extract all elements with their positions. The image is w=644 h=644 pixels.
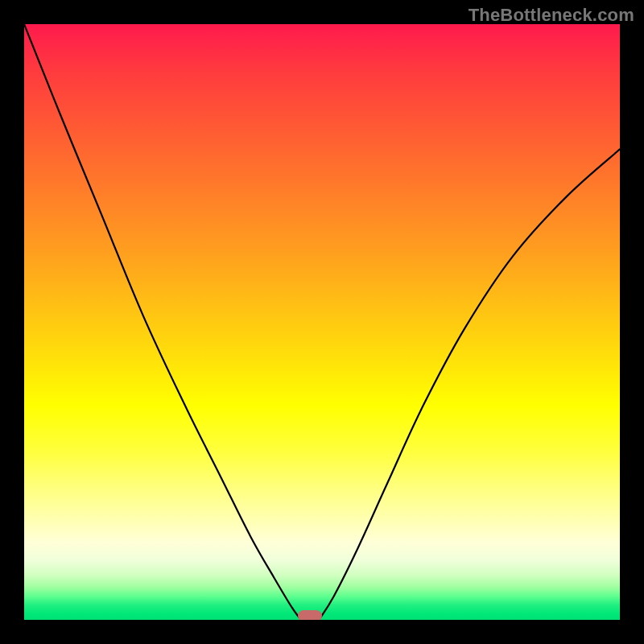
watermark-text: TheBottleneck.com — [469, 5, 634, 26]
plot-area — [24, 24, 620, 620]
bottleneck-marker — [298, 610, 322, 620]
chart-container: TheBottleneck.com — [0, 0, 644, 644]
bottleneck-curve — [24, 24, 620, 620]
